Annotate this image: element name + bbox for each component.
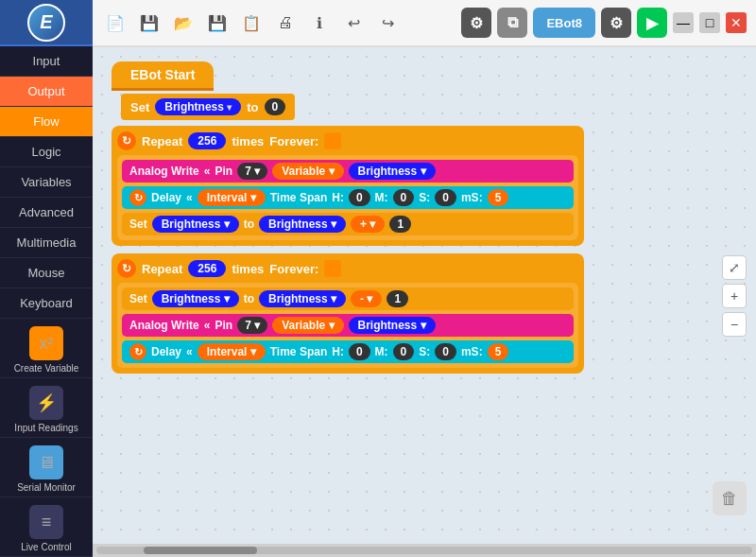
live-control-icon: ≡ [29, 505, 63, 539]
val-2[interactable]: 1 [387, 290, 408, 307]
sidebar-item-create-variable[interactable]: x² Create Variable [0, 319, 93, 378]
sidebar-item-input-readings[interactable]: ⚡ Input Readings [0, 378, 93, 438]
toolbar-info-icon[interactable]: ℹ [306, 9, 333, 36]
input-readings-label: Input Readings [14, 423, 77, 433]
set-brightness-inner-2[interactable]: Set Brightness ▾ to Brightness ▾ - ▾ 1 [122, 287, 574, 310]
sidebar-item-input[interactable]: Input [0, 46, 93, 77]
sidebar-item-mouse[interactable]: Mouse [0, 258, 93, 288]
scroll-track[interactable] [96, 547, 752, 554]
sidebar-item-variables[interactable]: Variables [0, 167, 93, 198]
toolbar-new-icon[interactable]: 📄 [102, 9, 129, 36]
brightness-pill-1[interactable]: Brightness ▾ [155, 98, 241, 115]
pin-val-2[interactable]: 7 ▾ [237, 317, 267, 334]
forever-sq-2[interactable] [324, 260, 341, 277]
delay-block-2[interactable]: ↻ Delay « Interval ▾ Time Span H: 0 M: 0… [122, 340, 574, 363]
delay-icon-2: ↻ [129, 343, 146, 360]
ms-label-1: mS: [461, 191, 483, 204]
interval-pill-2[interactable]: Interval ▾ [198, 343, 266, 360]
zoom-out-button[interactable]: − [722, 312, 747, 337]
delay-icon-1: ↻ [129, 189, 146, 206]
zoom-expand-button[interactable]: ⤢ [722, 255, 747, 280]
delay-block-1[interactable]: ↻ Delay « Interval ▾ Time Span H: 0 M: 0… [122, 186, 574, 209]
toolbar-copy-icon[interactable]: 📋 [238, 9, 265, 36]
settings-button[interactable]: ⚙ [461, 8, 491, 38]
logo-circle: E [27, 4, 65, 42]
forever-label-2: Forever: [269, 262, 318, 276]
set-inner-label-2: Set [129, 292, 147, 305]
block-container: EBot Start Set Brightness ▾ to 0 ↻ Repea… [112, 61, 756, 376]
pin-val-1[interactable]: 7 ▾ [237, 163, 267, 180]
sidebar-item-flow[interactable]: Flow [0, 107, 93, 137]
toolbar-print-icon[interactable]: 🖨 [272, 9, 299, 36]
analog-write-block-1[interactable]: Analog Write « Pin 7 ▾ Variable ▾ Bright… [122, 160, 574, 183]
m-val-1[interactable]: 0 [393, 189, 415, 206]
sidebar-item-logic[interactable]: Logic [0, 137, 93, 167]
repeat-times-2[interactable]: 256 [188, 260, 226, 277]
variable-pill-1[interactable]: Variable ▾ [272, 163, 343, 180]
toolbar-save2-icon[interactable]: 💾 [204, 9, 231, 36]
h-label-1: H: [332, 191, 344, 204]
repeat-header-1: ↻ Repeat 256 times Forever: [117, 131, 578, 150]
s-val-2[interactable]: 0 [435, 343, 456, 360]
forever-sq-1[interactable] [324, 132, 341, 149]
brightness-inner-pill-3[interactable]: Brightness ▾ [152, 290, 239, 307]
toolbar-redo-icon[interactable]: ↪ [374, 9, 401, 36]
repeat-block-2: ↻ Repeat 256 times Forever: Set Brightne… [112, 253, 584, 374]
toolbar-open-icon[interactable]: 📂 [170, 9, 197, 36]
value-0[interactable]: 0 [265, 98, 286, 115]
play-button[interactable]: ▶ [637, 8, 667, 38]
forever-label-1: Forever: [269, 134, 318, 148]
ms-val-1[interactable]: 5 [488, 189, 509, 206]
repeat-body-2: Set Brightness ▾ to Brightness ▾ - ▾ 1 A… [117, 283, 578, 368]
brightness-inner-pill-4[interactable]: Brightness ▾ [259, 290, 346, 307]
op-pill-1[interactable]: + ▾ [351, 216, 385, 233]
sidebar-item-serial-monitor[interactable]: 🖥 Serial Monitor [0, 438, 93, 497]
set-brightness-block[interactable]: Set Brightness ▾ to 0 [121, 94, 295, 120]
op-pill-2[interactable]: - ▾ [351, 290, 382, 307]
maximize-button[interactable]: □ [699, 12, 720, 33]
set-brightness-inner-1[interactable]: Set Brightness ▾ to Brightness ▾ + ▾ 1 [122, 213, 574, 235]
scroll-thumb[interactable] [144, 547, 257, 554]
brightness-var-1[interactable]: Brightness ▾ [349, 163, 436, 180]
brightness-var-2[interactable]: Brightness ▾ [349, 317, 436, 334]
s-val-1[interactable]: 0 [435, 189, 456, 206]
analog-label-2: Analog Write [129, 319, 199, 332]
brightness-inner-pill-1[interactable]: Brightness ▾ [152, 216, 239, 233]
sidebar-item-keyboard[interactable]: Keyboard [0, 288, 93, 319]
input-readings-icon: ⚡ [29, 386, 63, 420]
ebot-label: EBot8 [546, 16, 582, 30]
create-variable-icon: x² [29, 326, 63, 360]
sidebar-item-live-control[interactable]: ≡ Live Control [0, 497, 93, 557]
ms-val-2[interactable]: 5 [488, 343, 509, 360]
analog-chevron-2: « [204, 319, 211, 332]
sidebar-item-advanced[interactable]: Advanced [0, 198, 93, 228]
times-label-1: times [232, 134, 264, 148]
toolbar-save-icon[interactable]: 💾 [136, 9, 163, 36]
brightness-inner-pill-2[interactable]: Brightness ▾ [259, 216, 346, 233]
minimize-button[interactable]: — [673, 12, 694, 33]
val-1[interactable]: 1 [389, 216, 411, 233]
m-val-2[interactable]: 0 [393, 343, 415, 360]
h-label-2: H: [332, 345, 344, 358]
copy-button[interactable]: ⧉ [497, 8, 527, 38]
repeat-times-1[interactable]: 256 [188, 132, 226, 149]
m-label-2: M: [375, 345, 388, 358]
toolbar-undo-icon[interactable]: ↩ [340, 9, 367, 36]
analog-write-block-2[interactable]: Analog Write « Pin 7 ▾ Variable ▾ Bright… [122, 314, 574, 337]
interval-pill-1[interactable]: Interval ▾ [198, 189, 266, 206]
variable-pill-2[interactable]: Variable ▾ [272, 317, 343, 334]
trash-button[interactable]: 🗑 [713, 481, 747, 515]
analog-label-1: Analog Write [129, 165, 199, 178]
config-button[interactable]: ⚙ [601, 8, 631, 38]
sidebar-item-multimedia[interactable]: Multimedia [0, 228, 93, 258]
horizontal-scrollbar[interactable] [93, 544, 756, 557]
repeat-icon-2: ↻ [117, 259, 136, 278]
h-val-2[interactable]: 0 [349, 343, 370, 360]
ebot-button[interactable]: EBot8 [533, 8, 595, 38]
zoom-in-button[interactable]: + [722, 284, 747, 308]
h-val-1[interactable]: 0 [349, 189, 370, 206]
start-block-label: EBot Start [130, 67, 195, 82]
sidebar-item-output[interactable]: Output [0, 77, 93, 107]
to-inner-2: to [244, 292, 254, 305]
close-button[interactable]: ✕ [726, 12, 747, 33]
